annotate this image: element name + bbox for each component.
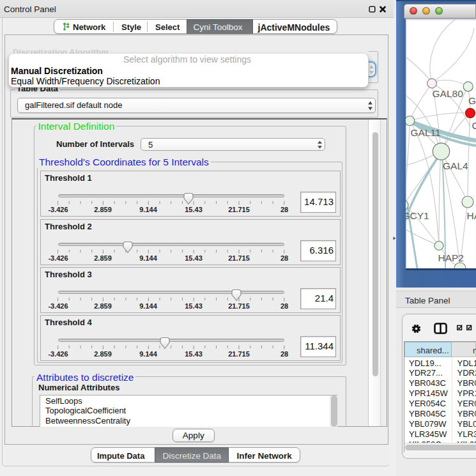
svg-text:CDC19: CDC19 (472, 120, 476, 131)
svg-text:GAL11: GAL11 (411, 127, 441, 138)
svg-text:GCY1: GCY1 (406, 210, 429, 221)
svg-text:GAL2: GAL2 (468, 95, 476, 106)
svg-text:HAP4: HAP4 (467, 210, 476, 221)
svg-text:GAL80: GAL80 (433, 88, 464, 99)
svg-text:GAL4: GAL4 (443, 160, 468, 171)
svg-text:HAP2: HAP2 (438, 252, 464, 263)
